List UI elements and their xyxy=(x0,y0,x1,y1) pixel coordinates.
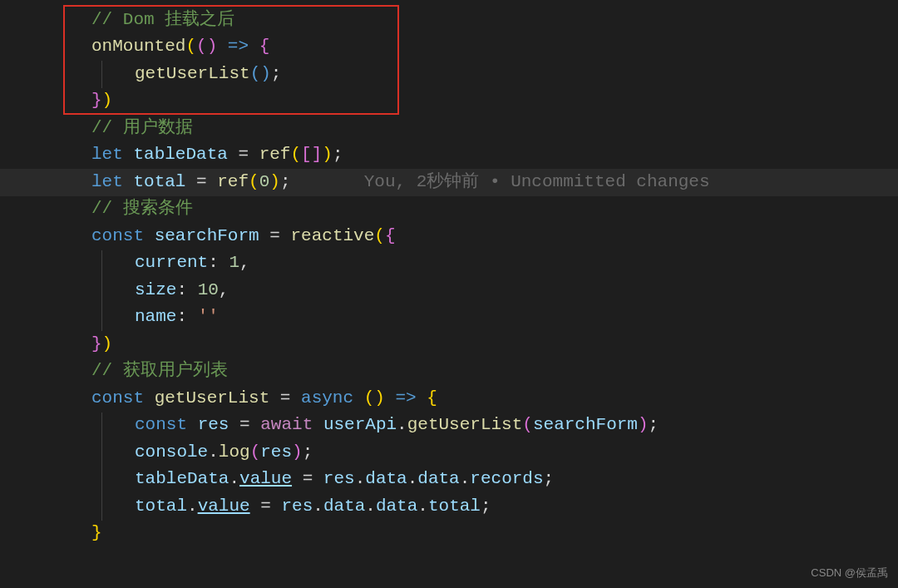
code-line[interactable]: const res = await userApi.getUserList(se… xyxy=(0,413,898,440)
code-line[interactable]: name: '' xyxy=(0,304,898,332)
method: getUserList xyxy=(407,412,523,439)
code-line[interactable]: current: 1, xyxy=(0,250,898,278)
paren: ( xyxy=(185,33,196,61)
semicolon: ; xyxy=(280,169,291,196)
paren: ) xyxy=(269,169,280,196)
paren: ) xyxy=(292,439,303,467)
indent-guide xyxy=(101,413,102,440)
object: userApi xyxy=(323,412,397,439)
variable: tableData xyxy=(133,141,227,169)
code-editor[interactable]: // Dom 挂载之后 onMounted(() => { getUserLis… xyxy=(0,0,898,554)
semicolon: ; xyxy=(481,493,491,521)
code-line[interactable]: size: 10, xyxy=(0,277,898,304)
keyword: let xyxy=(91,169,123,196)
colon: : xyxy=(176,304,197,331)
function-call: ref xyxy=(217,169,249,196)
property: value xyxy=(239,466,292,493)
property: records xyxy=(470,466,543,493)
semicolon: ; xyxy=(303,439,313,467)
paren: ( xyxy=(249,169,259,196)
paren: ) xyxy=(102,87,113,115)
code-line[interactable]: getUserList(); xyxy=(0,61,898,88)
code-line-current[interactable]: let total = ref(0); You, 2秒钟前 • Uncommit… xyxy=(0,169,898,196)
property: current xyxy=(135,250,208,277)
paren: ( xyxy=(250,439,261,467)
comment-text: // 用户数据 xyxy=(91,115,193,142)
space xyxy=(123,169,134,196)
paren: () xyxy=(196,33,217,61)
paren: () xyxy=(353,385,385,413)
brace: { xyxy=(259,33,270,61)
indent-guide xyxy=(101,467,102,494)
keyword: async xyxy=(301,385,353,413)
dot: . xyxy=(365,493,376,521)
space xyxy=(144,223,155,250)
code-line[interactable]: // Dom 挂载之后 xyxy=(0,7,898,34)
op: = xyxy=(269,385,301,413)
number: 1 xyxy=(229,250,239,277)
semicolon: ; xyxy=(333,141,343,169)
brace: } xyxy=(91,331,102,358)
comment-text: // 搜索条件 xyxy=(91,195,193,223)
code-line[interactable]: tableData.value = res.data.data.records; xyxy=(0,467,898,494)
comment-text: // Dom 挂载之后 xyxy=(91,7,234,34)
op xyxy=(249,33,259,61)
property: name xyxy=(135,304,176,331)
property: size xyxy=(135,277,176,304)
watermark: CSDN @侯孟禹 xyxy=(811,565,888,581)
brace: } xyxy=(91,520,102,547)
code-line[interactable]: // 获取用户列表 xyxy=(0,358,898,386)
property: value xyxy=(198,493,250,521)
dot: . xyxy=(313,493,323,521)
space xyxy=(291,169,364,196)
op: = xyxy=(292,466,323,493)
object: total xyxy=(135,493,187,521)
code-line[interactable]: }) xyxy=(0,331,898,358)
space xyxy=(144,385,155,413)
indent-guide xyxy=(101,439,102,467)
code-line[interactable]: // 搜索条件 xyxy=(0,196,898,224)
argument: searchForm xyxy=(533,412,638,439)
object: console xyxy=(135,439,208,467)
indent-guide xyxy=(101,304,102,332)
semicolon: ; xyxy=(649,412,659,439)
variable: total xyxy=(133,169,185,196)
space xyxy=(313,412,323,439)
code-line[interactable]: } xyxy=(0,521,898,548)
paren: ) xyxy=(638,412,649,439)
comma: , xyxy=(219,277,229,304)
op: = xyxy=(250,493,282,521)
object: res xyxy=(323,466,355,493)
paren: ( xyxy=(522,412,533,439)
space xyxy=(123,141,134,169)
code-line[interactable]: console.log(res); xyxy=(0,439,898,467)
function-call: onMounted xyxy=(91,33,185,61)
brace: { xyxy=(417,385,437,413)
paren: () xyxy=(250,61,271,88)
paren: ) xyxy=(322,141,333,169)
semicolon: ; xyxy=(271,61,282,88)
space xyxy=(187,412,198,439)
code-line[interactable]: const getUserList = async () => { xyxy=(0,385,898,413)
dot: . xyxy=(229,466,239,493)
property: total xyxy=(428,493,481,521)
code-line[interactable]: let tableData = ref([]); xyxy=(0,142,898,170)
keyword: const xyxy=(91,385,144,413)
dot: . xyxy=(355,466,366,493)
git-blame-annotation: You, 2秒钟前 • Uncommitted changes xyxy=(364,169,710,196)
code-line[interactable]: total.value = res.data.data.total; xyxy=(0,493,898,521)
indent-guide xyxy=(101,493,102,521)
string: '' xyxy=(198,304,219,331)
code-line[interactable]: }) xyxy=(0,88,898,116)
dot: . xyxy=(417,493,428,521)
indent-guide xyxy=(101,250,102,278)
code-line[interactable]: const searchForm = reactive({ xyxy=(0,223,898,250)
code-line[interactable]: onMounted(() => { xyxy=(0,34,898,62)
dot: . xyxy=(208,439,219,467)
code-line[interactable]: // 用户数据 xyxy=(0,115,898,142)
number: 10 xyxy=(198,277,219,304)
object: tableData xyxy=(135,466,229,493)
number: 0 xyxy=(259,169,270,196)
indent-guide xyxy=(101,61,102,88)
brace: } xyxy=(91,87,102,115)
